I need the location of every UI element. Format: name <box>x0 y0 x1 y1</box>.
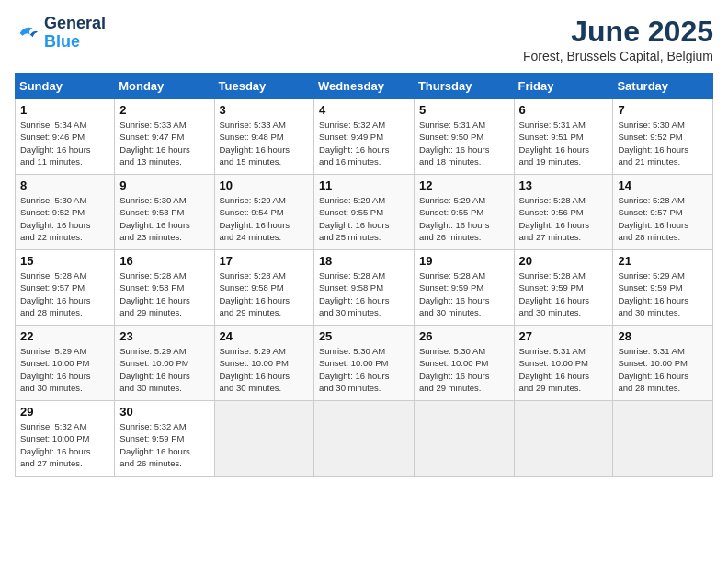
week-row-1: 1Sunrise: 5:34 AM Sunset: 9:46 PM Daylig… <box>16 99 713 175</box>
day-number-23: 23 <box>119 329 209 343</box>
month-title: June 2025 <box>523 15 713 49</box>
empty-cell <box>313 401 414 477</box>
day-cell-15: 15Sunrise: 5:28 AM Sunset: 9:57 PM Dayli… <box>16 250 115 326</box>
day-info-21: Sunrise: 5:29 AM Sunset: 9:59 PM Dayligh… <box>618 270 708 318</box>
day-cell-3: 3Sunrise: 5:33 AM Sunset: 9:48 PM Daylig… <box>214 99 313 175</box>
day-cell-25: 25Sunrise: 5:30 AM Sunset: 10:00 PM Dayl… <box>313 326 414 401</box>
day-number-16: 16 <box>119 254 209 268</box>
day-number-29: 29 <box>20 405 109 419</box>
day-number-27: 27 <box>519 329 609 343</box>
calendar-table: Sunday Monday Tuesday Wednesday Thursday… <box>15 73 713 477</box>
title-block: June 2025 Forest, Brussels Capital, Belg… <box>523 15 713 63</box>
header-thursday: Thursday <box>414 74 514 99</box>
day-number-4: 4 <box>319 103 409 117</box>
day-info-22: Sunrise: 5:29 AM Sunset: 10:00 PM Daylig… <box>20 345 109 394</box>
day-number-10: 10 <box>220 178 309 192</box>
day-number-2: 2 <box>119 103 209 117</box>
week-row-5: 29Sunrise: 5:32 AM Sunset: 10:00 PM Dayl… <box>16 401 713 477</box>
day-info-16: Sunrise: 5:28 AM Sunset: 9:58 PM Dayligh… <box>119 270 209 318</box>
day-cell-2: 2Sunrise: 5:33 AM Sunset: 9:47 PM Daylig… <box>115 99 214 175</box>
logo-text: General Blue <box>44 15 106 52</box>
day-cell-11: 11Sunrise: 5:29 AM Sunset: 9:55 PM Dayli… <box>313 175 414 250</box>
day-info-3: Sunrise: 5:33 AM Sunset: 9:48 PM Dayligh… <box>220 119 309 167</box>
day-cell-28: 28Sunrise: 5:31 AM Sunset: 10:00 PM Dayl… <box>613 326 713 401</box>
day-info-10: Sunrise: 5:29 AM Sunset: 9:54 PM Dayligh… <box>220 194 309 243</box>
day-cell-12: 12Sunrise: 5:29 AM Sunset: 9:55 PM Dayli… <box>414 175 514 250</box>
day-cell-30: 30Sunrise: 5:32 AM Sunset: 9:59 PM Dayli… <box>115 401 214 477</box>
day-info-4: Sunrise: 5:32 AM Sunset: 9:49 PM Dayligh… <box>319 119 409 167</box>
day-info-7: Sunrise: 5:30 AM Sunset: 9:52 PM Dayligh… <box>618 119 708 167</box>
day-number-7: 7 <box>618 103 708 117</box>
day-info-6: Sunrise: 5:31 AM Sunset: 9:51 PM Dayligh… <box>519 119 609 167</box>
day-number-1: 1 <box>20 103 109 117</box>
day-info-5: Sunrise: 5:31 AM Sunset: 9:50 PM Dayligh… <box>419 119 509 167</box>
day-info-28: Sunrise: 5:31 AM Sunset: 10:00 PM Daylig… <box>618 345 708 394</box>
empty-cell <box>214 401 313 477</box>
day-number-14: 14 <box>618 178 708 192</box>
day-number-21: 21 <box>618 254 708 268</box>
empty-cell <box>414 401 514 477</box>
day-cell-13: 13Sunrise: 5:28 AM Sunset: 9:56 PM Dayli… <box>514 175 613 250</box>
header-wednesday: Wednesday <box>313 74 414 99</box>
day-number-9: 9 <box>119 178 209 192</box>
week-row-3: 15Sunrise: 5:28 AM Sunset: 9:57 PM Dayli… <box>16 250 713 326</box>
day-cell-21: 21Sunrise: 5:29 AM Sunset: 9:59 PM Dayli… <box>613 250 713 326</box>
day-cell-23: 23Sunrise: 5:29 AM Sunset: 10:00 PM Dayl… <box>115 326 214 401</box>
page-header: General Blue June 2025 Forest, Brussels … <box>15 15 713 63</box>
day-info-23: Sunrise: 5:29 AM Sunset: 10:00 PM Daylig… <box>119 345 209 394</box>
header-friday: Friday <box>514 74 613 99</box>
day-info-15: Sunrise: 5:28 AM Sunset: 9:57 PM Dayligh… <box>20 270 109 318</box>
day-cell-24: 24Sunrise: 5:29 AM Sunset: 10:00 PM Dayl… <box>214 326 313 401</box>
day-info-18: Sunrise: 5:28 AM Sunset: 9:58 PM Dayligh… <box>319 270 409 318</box>
day-cell-6: 6Sunrise: 5:31 AM Sunset: 9:51 PM Daylig… <box>514 99 613 175</box>
day-info-11: Sunrise: 5:29 AM Sunset: 9:55 PM Dayligh… <box>319 194 409 243</box>
day-info-29: Sunrise: 5:32 AM Sunset: 10:00 PM Daylig… <box>20 420 109 469</box>
day-cell-8: 8Sunrise: 5:30 AM Sunset: 9:52 PM Daylig… <box>16 175 115 250</box>
day-number-5: 5 <box>419 103 509 117</box>
day-number-15: 15 <box>20 254 109 268</box>
day-number-26: 26 <box>419 329 509 343</box>
day-number-22: 22 <box>20 329 109 343</box>
day-info-8: Sunrise: 5:30 AM Sunset: 9:52 PM Dayligh… <box>20 194 109 243</box>
day-number-20: 20 <box>519 254 609 268</box>
day-info-17: Sunrise: 5:28 AM Sunset: 9:58 PM Dayligh… <box>220 270 309 318</box>
header-sunday: Sunday <box>16 74 115 99</box>
day-info-9: Sunrise: 5:30 AM Sunset: 9:53 PM Dayligh… <box>119 194 209 243</box>
day-cell-5: 5Sunrise: 5:31 AM Sunset: 9:50 PM Daylig… <box>414 99 514 175</box>
day-info-24: Sunrise: 5:29 AM Sunset: 10:00 PM Daylig… <box>220 345 309 394</box>
day-cell-27: 27Sunrise: 5:31 AM Sunset: 10:00 PM Dayl… <box>514 326 613 401</box>
day-info-25: Sunrise: 5:30 AM Sunset: 10:00 PM Daylig… <box>319 345 409 394</box>
day-cell-17: 17Sunrise: 5:28 AM Sunset: 9:58 PM Dayli… <box>214 250 313 326</box>
empty-cell <box>613 401 713 477</box>
header-saturday: Saturday <box>613 74 713 99</box>
day-number-28: 28 <box>618 329 708 343</box>
day-info-12: Sunrise: 5:29 AM Sunset: 9:55 PM Dayligh… <box>419 194 509 243</box>
day-number-25: 25 <box>319 329 409 343</box>
day-cell-19: 19Sunrise: 5:28 AM Sunset: 9:59 PM Dayli… <box>414 250 514 326</box>
logo-icon <box>15 20 40 46</box>
empty-cell <box>514 401 613 477</box>
day-cell-20: 20Sunrise: 5:28 AM Sunset: 9:59 PM Dayli… <box>514 250 613 326</box>
day-cell-1: 1Sunrise: 5:34 AM Sunset: 9:46 PM Daylig… <box>16 99 115 175</box>
week-row-2: 8Sunrise: 5:30 AM Sunset: 9:52 PM Daylig… <box>16 175 713 250</box>
header-monday: Monday <box>115 74 214 99</box>
day-cell-10: 10Sunrise: 5:29 AM Sunset: 9:54 PM Dayli… <box>214 175 313 250</box>
day-cell-9: 9Sunrise: 5:30 AM Sunset: 9:53 PM Daylig… <box>115 175 214 250</box>
day-info-20: Sunrise: 5:28 AM Sunset: 9:59 PM Dayligh… <box>519 270 609 318</box>
day-number-11: 11 <box>319 178 409 192</box>
day-cell-16: 16Sunrise: 5:28 AM Sunset: 9:58 PM Dayli… <box>115 250 214 326</box>
day-cell-29: 29Sunrise: 5:32 AM Sunset: 10:00 PM Dayl… <box>16 401 115 477</box>
day-cell-4: 4Sunrise: 5:32 AM Sunset: 9:49 PM Daylig… <box>313 99 414 175</box>
day-number-12: 12 <box>419 178 509 192</box>
day-cell-7: 7Sunrise: 5:30 AM Sunset: 9:52 PM Daylig… <box>613 99 713 175</box>
day-info-19: Sunrise: 5:28 AM Sunset: 9:59 PM Dayligh… <box>419 270 509 318</box>
day-number-19: 19 <box>419 254 509 268</box>
day-number-30: 30 <box>119 405 209 419</box>
day-number-3: 3 <box>220 103 309 117</box>
header-tuesday: Tuesday <box>214 74 313 99</box>
day-info-30: Sunrise: 5:32 AM Sunset: 9:59 PM Dayligh… <box>119 420 209 469</box>
day-info-14: Sunrise: 5:28 AM Sunset: 9:57 PM Dayligh… <box>618 194 708 243</box>
day-info-1: Sunrise: 5:34 AM Sunset: 9:46 PM Dayligh… <box>20 119 109 167</box>
day-info-13: Sunrise: 5:28 AM Sunset: 9:56 PM Dayligh… <box>519 194 609 243</box>
day-cell-14: 14Sunrise: 5:28 AM Sunset: 9:57 PM Dayli… <box>613 175 713 250</box>
